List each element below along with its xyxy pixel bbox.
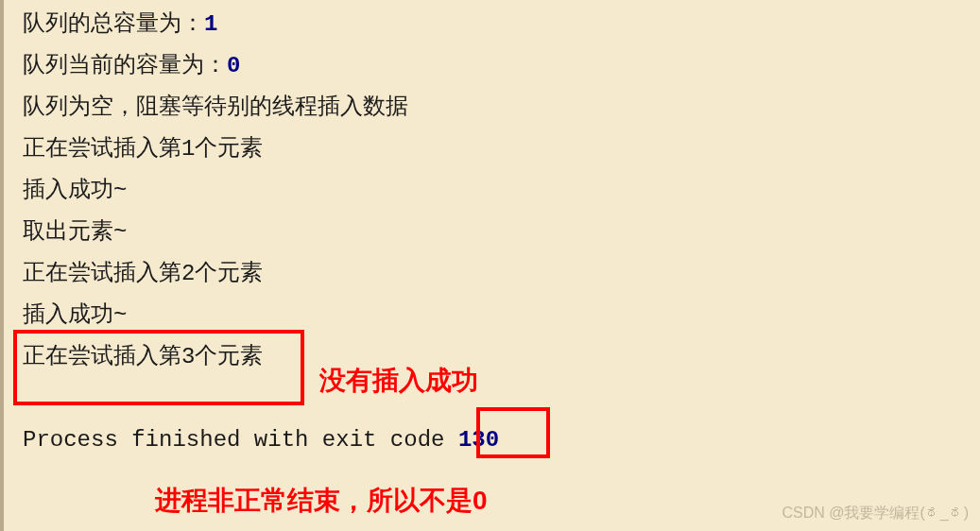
output-line: 队列当前的容量为：0: [23, 45, 980, 87]
csdn-watermark: CSDN @我要学编程(ಥ_ಥ): [782, 504, 969, 523]
annotation-not-inserted: 没有插入成功: [319, 363, 478, 399]
output-line: 正在尝试插入第1个元素: [23, 128, 980, 170]
annotation-abnormal-exit: 进程非正常结束，所以不是0: [155, 483, 488, 519]
line-value: 0: [227, 53, 240, 78]
output-line: 队列为空，阻塞等待别的线程插入数据: [23, 87, 980, 128]
output-line: 正在尝试插入第3个元素: [23, 336, 980, 378]
line-value: 1: [204, 11, 217, 37]
line-text: 正在尝试插入第3个元素: [23, 344, 263, 369]
output-line: 插入成功~: [23, 295, 980, 336]
output-line: 插入成功~: [23, 170, 980, 212]
line-text: 取出元素~: [23, 219, 127, 245]
line-text: 正在尝试插入第2个元素: [23, 261, 263, 286]
process-prefix: Process finished with exit code: [23, 427, 458, 453]
output-line: 正在尝试插入第2个元素: [23, 253, 980, 295]
blank-line: [23, 378, 980, 420]
console-output: 队列的总容量为：1 队列当前的容量为：0 队列为空，阻塞等待别的线程插入数据 正…: [4, 4, 980, 461]
line-text: 插入成功~: [23, 178, 127, 203]
line-text: 队列当前的容量为：: [23, 53, 227, 78]
output-line: 取出元素~: [23, 212, 980, 253]
line-text: 插入成功~: [23, 302, 127, 328]
exit-code: 130: [458, 427, 499, 453]
line-text: 正在尝试插入第1个元素: [23, 136, 263, 162]
line-text: 队列为空，阻塞等待别的线程插入数据: [23, 94, 408, 120]
line-text: 队列的总容量为：: [23, 11, 204, 37]
process-exit-line: Process finished with exit code 130: [23, 420, 980, 461]
output-line: 队列的总容量为：1: [23, 4, 980, 45]
